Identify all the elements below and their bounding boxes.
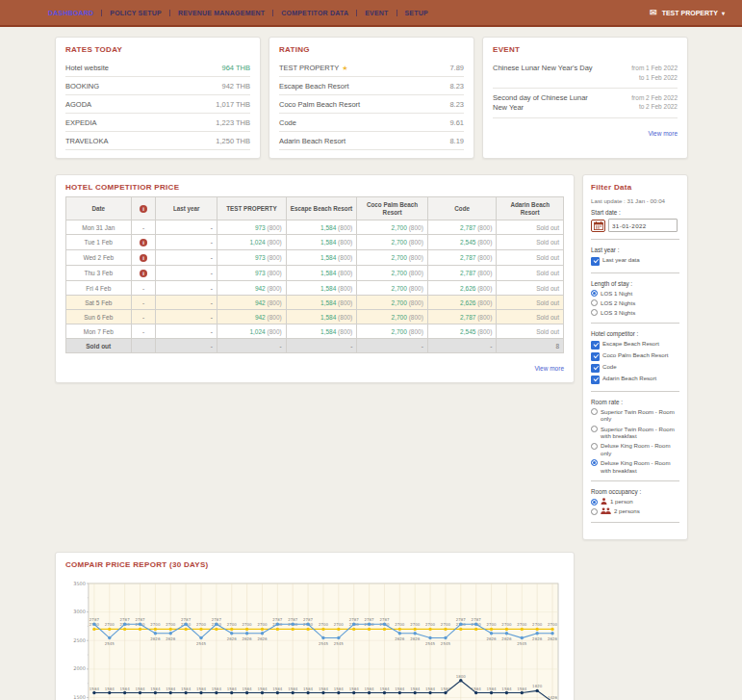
rating-hotel-label: Coco Palm Beach Resort — [279, 100, 360, 109]
summary-soldout-count: 8 — [497, 339, 564, 353]
svg-text:2700: 2700 — [150, 622, 161, 627]
table-view-more-link[interactable]: View more — [534, 365, 564, 372]
start-date-input[interactable] — [608, 219, 678, 232]
divider — [591, 391, 679, 392]
radio[interactable] — [591, 459, 598, 466]
competitor-checkbox-option[interactable]: Adarin Beach Resort — [591, 375, 679, 384]
room-rate-radio-option[interactable]: Superior Twin Room - Room with breakfast — [591, 426, 679, 440]
calendar-icon — [594, 221, 603, 230]
room-rate-radio-option[interactable]: Deluxe King Room - Room only — [591, 442, 679, 456]
radio[interactable] — [591, 426, 598, 432]
radio[interactable] — [591, 508, 598, 515]
price-cell: 1,024 (800) — [217, 324, 287, 339]
los-radio-option[interactable]: LOS 2 Nights — [591, 299, 679, 307]
competitor-checkbox-option[interactable]: Coco Palm Beach Resort — [591, 351, 679, 361]
star-icon: ★ — [342, 65, 347, 71]
competitor-checkbox-option[interactable]: Code — [591, 363, 679, 373]
nav-item[interactable]: SETUP — [397, 10, 428, 16]
svg-text:1584: 1584 — [501, 686, 512, 690]
occupancy-one-person-option[interactable]: 1 person — [591, 498, 679, 506]
radio[interactable] — [591, 443, 598, 450]
checkbox[interactable] — [591, 257, 600, 266]
svg-text:1584: 1584 — [243, 686, 253, 690]
nav-item[interactable]: REVENUE MANAGEMENT — [169, 10, 265, 16]
calendar-button[interactable] — [591, 220, 605, 232]
rating-card: RATING TEST PROPERTY★ 7.89 Escape Beach … — [269, 37, 474, 159]
svg-text:2626: 2626 — [166, 636, 176, 641]
svg-text:2700: 2700 — [196, 622, 207, 627]
radio[interactable] — [591, 309, 598, 316]
competitor-price-table: Date i Last year TEST PROPERTY Escape Be… — [65, 196, 564, 353]
svg-text:2626: 2626 — [548, 636, 558, 641]
radio[interactable] — [591, 290, 598, 297]
last-year-cell: - — [156, 310, 217, 324]
radio[interactable] — [591, 499, 598, 506]
radio[interactable] — [591, 299, 598, 306]
length-of-stay-label: Length of stay : — [591, 280, 679, 287]
event-card: EVENT Chinese Lunar New Year's Day from … — [482, 37, 688, 159]
rate-channel-label: TRAVELOKA — [65, 137, 108, 145]
checkbox[interactable] — [591, 376, 600, 384]
los-radio-option[interactable]: LOS 1 Night — [591, 290, 679, 298]
price-cell: 973 (800) — [217, 266, 287, 281]
svg-text:2626: 2626 — [257, 636, 268, 641]
svg-text:1584: 1584 — [212, 686, 222, 690]
date-cell: Mon 7 Feb — [66, 324, 132, 339]
last-year-checkbox-option[interactable]: Last year data — [591, 256, 679, 266]
price-cell: 2,626 (800) — [427, 281, 497, 296]
nav-item[interactable]: COMPETITOR DATA — [272, 10, 348, 16]
info-cell[interactable]: i — [131, 266, 156, 281]
rating-title: RATING — [279, 45, 464, 54]
price-chart-card: COMPAIR PRICE REPORT (30 DAYS) -50005001… — [55, 552, 575, 700]
event-list: Chinese Lunar New Year's Day from 1 Feb … — [493, 59, 678, 118]
svg-text:1584: 1584 — [349, 686, 360, 690]
checkbox[interactable] — [591, 341, 600, 350]
svg-text:2700: 2700 — [319, 622, 329, 627]
col-escape: Escape Beach Resort — [286, 197, 357, 220]
col-info: i — [131, 197, 156, 220]
info-cell: - — [131, 310, 156, 324]
nav-item[interactable]: DASHBOARD — [48, 10, 93, 16]
event-name: Chinese Lunar New Year's Day — [493, 64, 595, 83]
svg-text:1584: 1584 — [303, 686, 314, 690]
price-cell: 2,700 (800) — [357, 281, 428, 296]
price-cell: 1,584 (800) — [286, 324, 357, 339]
event-view-more-link[interactable]: View more — [648, 130, 678, 137]
competitor-checkbox-option[interactable]: Escape Beach Resort — [591, 340, 679, 350]
svg-text:2700: 2700 — [105, 622, 115, 627]
col-code: Code — [427, 197, 497, 220]
radio[interactable] — [591, 408, 598, 415]
rate-channel-label: AGODA — [65, 100, 91, 109]
svg-text:2700: 2700 — [486, 622, 497, 627]
soldout-cell: Sold out — [497, 281, 564, 296]
rating-value: 8.23 — [449, 82, 464, 91]
los-radio-option[interactable]: LOS 3 Nights — [591, 309, 679, 317]
rate-value: 942 THB — [222, 82, 250, 91]
svg-text:2787: 2787 — [120, 617, 131, 622]
nav-item[interactable]: EVENT — [356, 10, 388, 16]
info-icon[interactable]: i — [140, 254, 147, 262]
nav-item[interactable]: POLICY SETUP — [101, 10, 162, 16]
price-cell: 1,584 (800) — [286, 235, 357, 250]
info-cell[interactable]: i — [131, 250, 156, 266]
checkbox[interactable] — [591, 352, 600, 361]
occupancy-two-persons-option[interactable]: 2 persons — [591, 507, 679, 515]
rates-today-card: RATES TODAY Hotel website 964 THB BOOKIN… — [55, 37, 261, 159]
svg-text:3500: 3500 — [73, 580, 86, 585]
info-icon[interactable]: i — [140, 270, 147, 277]
event-name: Second day of Chinese Lunar New Year — [493, 93, 595, 113]
svg-text:2787: 2787 — [288, 617, 298, 622]
info-cell[interactable]: i — [131, 235, 156, 250]
room-rate-label: Room rate : — [591, 399, 679, 405]
room-rate-radio-option[interactable]: Superior Twin Room - Room only — [591, 408, 679, 423]
property-selector[interactable]: ✉ TEST PROPERTY ▾ — [650, 8, 725, 17]
checkbox[interactable] — [591, 364, 600, 373]
room-rate-radio-option[interactable]: Deluxe King Room - Room with breakfast — [591, 459, 679, 474]
info-icon[interactable]: i — [140, 239, 147, 246]
price-table-row: Sat 5 Feb--942 (800)1,584 (800)2,700 (80… — [66, 296, 564, 310]
svg-text:2545: 2545 — [425, 640, 436, 645]
svg-text:2500: 2500 — [73, 637, 86, 643]
svg-text:2787: 2787 — [212, 617, 222, 622]
col-date: Date — [66, 197, 132, 220]
svg-text:2626: 2626 — [150, 636, 161, 641]
